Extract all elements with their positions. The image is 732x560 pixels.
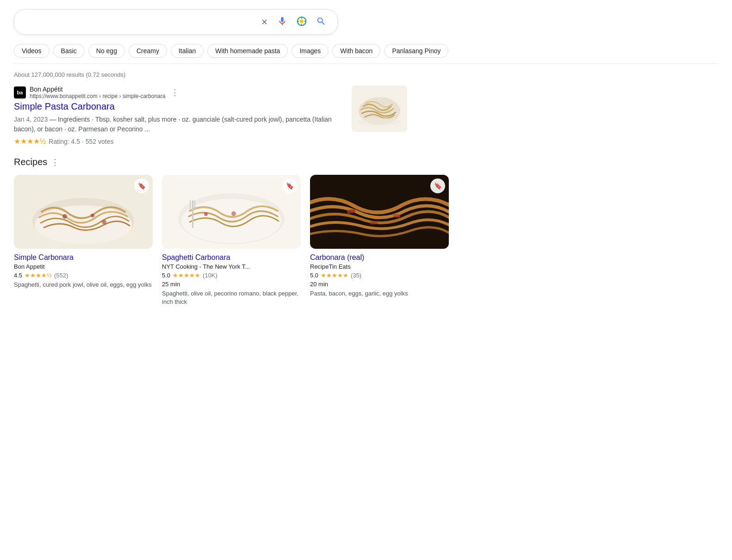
result-title-link[interactable]: Simple Pasta Carbonara bbox=[14, 101, 342, 112]
recipe-rating-row: 5.0 ★★★★★ (10K) bbox=[162, 272, 301, 279]
filter-chips: VideosBasicNo eggCreamyItalianWith homem… bbox=[14, 44, 718, 64]
recipe-card[interactable]: 🔖 Carbonara (real) RecipeTin Eats 5.0 ★★… bbox=[310, 175, 449, 306]
recipe-source: NYT Cooking - The New York T... bbox=[162, 263, 301, 270]
recipe-card-image-wrap: 🔖 bbox=[14, 175, 153, 249]
recipe-card[interactable]: 🔖 Spaghetti Carbonara NYT Cooking - The … bbox=[162, 175, 301, 306]
recipe-rating-num: 5.0 bbox=[162, 272, 170, 279]
recipe-cards: 🔖 Simple Carbonara Bon Appetit 4.5 ★★★★½… bbox=[14, 175, 718, 306]
result-snippet: Jan 4, 2023 — Ingredients · Tbsp. kosher… bbox=[14, 115, 342, 134]
site-info: Bon Appétit https://www.bonappetit.com ›… bbox=[30, 86, 165, 99]
chip-no-egg[interactable]: No egg bbox=[88, 44, 125, 58]
chip-with-bacon[interactable]: With bacon bbox=[332, 44, 380, 58]
site-name: Bon Appétit bbox=[30, 86, 165, 93]
recipe-rating-num: 4.5 bbox=[14, 272, 22, 279]
recipe-name-link[interactable]: Simple Carbonara bbox=[14, 253, 153, 262]
svg-rect-16 bbox=[192, 200, 193, 228]
recipes-section: Recipes ⋮ 🔖 Simple Carbonara Bon Appetit… bbox=[14, 157, 718, 306]
snippet-dash: — bbox=[50, 116, 58, 123]
svg-rect-23 bbox=[370, 221, 378, 224]
lens-button[interactable] bbox=[295, 14, 309, 30]
bookmark-button[interactable]: 🔖 bbox=[134, 178, 149, 193]
recipe-votes: (10K) bbox=[203, 272, 217, 279]
recipe-desc: Spaghetti, cured pork jowl, olive oil, e… bbox=[14, 281, 153, 289]
recipe-source: RecipeTin Eats bbox=[310, 263, 449, 270]
recipe-desc: Spaghetti, olive oil, pecorino romano, b… bbox=[162, 289, 301, 306]
result-stars: ★★★★½ bbox=[14, 137, 46, 146]
recipe-name-link[interactable]: Carbonara (real) bbox=[310, 253, 449, 262]
svg-rect-22 bbox=[393, 214, 401, 217]
svg-point-15 bbox=[231, 211, 236, 216]
svg-point-4 bbox=[358, 118, 401, 125]
chip-videos[interactable]: Videos bbox=[14, 44, 50, 58]
svg-rect-17 bbox=[190, 200, 191, 209]
site-row: ba Bon Appétit https://www.bonappetit.co… bbox=[14, 86, 342, 99]
chip-panlasang-pinoy[interactable]: Panlasang Pinoy bbox=[384, 44, 448, 58]
recipe-name-link[interactable]: Spaghetti Carbonara bbox=[162, 253, 301, 262]
svg-rect-19 bbox=[192, 207, 195, 209]
rating-row: ★★★★½ Rating: 4.5 · 552 votes bbox=[14, 137, 342, 146]
recipe-desc: Pasta, bacon, eggs, garlic, egg yolks bbox=[310, 289, 449, 298]
search-bar-container: carbonara recipe ✕ bbox=[14, 9, 718, 35]
search-submit-icon bbox=[316, 16, 326, 28]
chip-images[interactable]: Images bbox=[292, 44, 329, 58]
mic-icon bbox=[277, 16, 287, 28]
chip-creamy[interactable]: Creamy bbox=[129, 44, 167, 58]
more-options-icon[interactable]: ⋮ bbox=[171, 87, 179, 98]
first-result-pasta-image bbox=[352, 86, 407, 132]
snippet-text: Ingredients · Tbsp. kosher salt, plus mo… bbox=[14, 116, 332, 133]
chip-with-homemade-pasta[interactable]: With homemade pasta bbox=[207, 44, 288, 58]
recipe-source: Bon Appetit bbox=[14, 263, 153, 270]
site-url: https://www.bonappetit.com › recipe › si… bbox=[30, 93, 165, 99]
recipe-rating-row: 5.0 ★★★★★ (35) bbox=[310, 272, 449, 279]
recipes-header: Recipes ⋮ bbox=[14, 157, 718, 167]
search-bar: carbonara recipe ✕ bbox=[14, 9, 338, 35]
recipe-time: 20 min bbox=[310, 281, 449, 288]
bookmark-icon: 🔖 bbox=[434, 182, 442, 190]
recipe-card-image-wrap: 🔖 bbox=[310, 175, 449, 249]
svg-point-14 bbox=[204, 212, 208, 216]
bookmark-button[interactable]: 🔖 bbox=[430, 178, 445, 193]
result-date: Jan 4, 2023 bbox=[14, 116, 48, 123]
search-icon-group: ✕ bbox=[259, 14, 328, 30]
recipe-rating-row: 4.5 ★★★★½ (552) bbox=[14, 272, 153, 279]
first-result-content: ba Bon Appétit https://www.bonappetit.co… bbox=[14, 86, 342, 146]
svg-point-1 bbox=[300, 19, 303, 23]
bookmark-button[interactable]: 🔖 bbox=[282, 178, 297, 193]
recipe-card[interactable]: 🔖 Simple Carbonara Bon Appetit 4.5 ★★★★½… bbox=[14, 175, 153, 306]
recipes-more-icon[interactable]: ⋮ bbox=[51, 157, 59, 167]
bookmark-icon: 🔖 bbox=[286, 182, 294, 190]
recipe-stars: ★★★★★ bbox=[173, 272, 200, 279]
results-info: About 127,000,000 results (0.72 seconds) bbox=[14, 71, 718, 78]
clear-button[interactable]: ✕ bbox=[259, 15, 270, 29]
search-input[interactable]: carbonara recipe bbox=[24, 17, 254, 27]
lens-icon bbox=[297, 16, 307, 28]
recipe-votes: (35) bbox=[351, 272, 361, 279]
rating-text: Rating: 4.5 · 552 votes bbox=[49, 138, 113, 145]
mic-button[interactable] bbox=[275, 14, 289, 30]
bookmark-icon: 🔖 bbox=[138, 182, 146, 190]
recipe-rating-num: 5.0 bbox=[310, 272, 318, 279]
svg-point-9 bbox=[91, 214, 94, 217]
first-result-image bbox=[352, 86, 407, 132]
svg-point-10 bbox=[102, 220, 106, 224]
clear-icon: ✕ bbox=[261, 17, 268, 27]
svg-point-8 bbox=[62, 214, 67, 219]
chip-italian[interactable]: Italian bbox=[171, 44, 204, 58]
recipe-stars: ★★★★½ bbox=[25, 272, 52, 279]
first-result: ba Bon Appétit https://www.bonappetit.co… bbox=[14, 86, 407, 146]
recipe-time: 25 min bbox=[162, 281, 301, 288]
recipes-title: Recipes bbox=[14, 157, 47, 167]
recipe-stars: ★★★★★ bbox=[321, 272, 348, 279]
recipe-votes: (552) bbox=[54, 272, 68, 279]
chip-basic[interactable]: Basic bbox=[53, 44, 85, 58]
site-favicon: ba bbox=[14, 86, 26, 98]
search-submit-button[interactable] bbox=[314, 14, 328, 30]
recipe-card-image-wrap: 🔖 bbox=[162, 175, 301, 249]
